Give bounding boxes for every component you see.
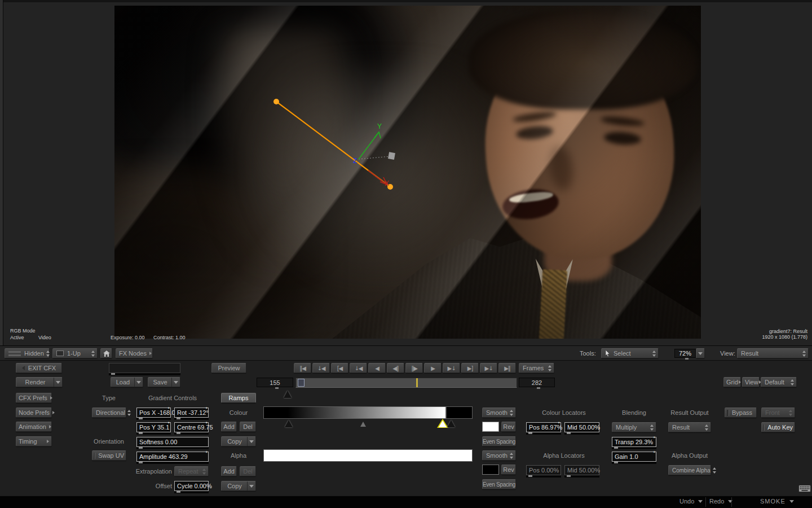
colour-interp-select[interactable]: Smooth xyxy=(482,408,516,418)
colour-copy-dropdown[interactable] xyxy=(247,437,255,446)
colour-locator-2[interactable] xyxy=(447,420,455,427)
animated-asterisk-icon: * xyxy=(653,450,655,456)
sidebar-item-timing[interactable]: Timing xyxy=(16,436,52,446)
transp-field[interactable]: Transp 29.3%* xyxy=(612,437,656,447)
gradient-start-handle[interactable] xyxy=(273,99,279,104)
alpha-ramp[interactable] xyxy=(263,449,473,462)
preview-button[interactable]: Preview xyxy=(211,363,246,373)
sidebar-item-cfx-prefs[interactable]: CFX Prefs xyxy=(16,393,52,403)
colour-pos-field[interactable]: Pos 86.97%* xyxy=(526,422,561,432)
colour-locator-1[interactable] xyxy=(285,420,293,427)
type-select[interactable]: Directional xyxy=(92,408,126,418)
goto-mark-in-button[interactable]: ↓◀ xyxy=(312,363,330,373)
undo-button[interactable]: Undo xyxy=(679,498,703,505)
goto-end-button[interactable]: ▶‖ xyxy=(498,363,516,373)
load-dropdown[interactable] xyxy=(134,378,143,387)
frames-select[interactable]: Frames xyxy=(519,363,554,373)
alpha-add-button[interactable]: Add xyxy=(221,466,237,476)
alpha-pos-field[interactable]: Pos 0.00% xyxy=(526,465,561,475)
load-button[interactable]: Load xyxy=(111,377,143,387)
colour-even-spacing-button[interactable]: Even Spacing xyxy=(482,436,516,446)
timeline-handle[interactable] xyxy=(298,379,304,387)
offset-field[interactable]: Cycle 0.00% xyxy=(174,481,209,491)
view-select[interactable]: Result xyxy=(737,348,809,358)
app-menu-button[interactable]: SMOKE xyxy=(760,498,794,505)
bypass-toggle[interactable]: Bypass xyxy=(725,408,757,418)
clip-start-button[interactable]: [◀ xyxy=(331,363,348,373)
gain-field[interactable]: Gain 1.0* xyxy=(612,452,656,462)
video-label[interactable]: Video xyxy=(38,335,51,340)
alpha-copy-button[interactable]: Copy xyxy=(221,481,256,491)
auto-key-toggle[interactable]: Auto Key xyxy=(761,422,795,432)
layout-select[interactable]: 1-Up xyxy=(52,348,98,358)
colour-locator-black-1[interactable] xyxy=(284,391,292,398)
swap-uv-toggle[interactable]: Swap UV xyxy=(92,450,126,461)
prev-edit-button[interactable]: ↓◀ xyxy=(350,363,367,373)
save-dropdown[interactable] xyxy=(171,378,180,387)
active-label[interactable]: Active xyxy=(10,335,24,340)
amplitude-field[interactable]: Amplitude 463.29* xyxy=(136,452,209,462)
rot-field[interactable]: Rot -37.12°* xyxy=(174,408,209,418)
colour-mid-marker[interactable] xyxy=(360,422,366,427)
result-output-select[interactable]: Result xyxy=(668,422,711,432)
alpha-copy-dropdown[interactable] xyxy=(247,481,255,491)
step-back-button[interactable]: ◀‖ xyxy=(387,363,404,373)
keyboard-icon[interactable] xyxy=(798,485,811,492)
viewer-canvas[interactable]: Y X Z xyxy=(114,6,701,339)
render-dropdown[interactable] xyxy=(54,378,62,387)
preset-select[interactable]: Default xyxy=(761,377,797,387)
front-select[interactable]: Front xyxy=(761,408,795,418)
softness-field[interactable]: Softness 0.00 xyxy=(136,437,209,447)
alpha-swatch[interactable] xyxy=(482,465,499,475)
setup-name-input[interactable] xyxy=(109,363,180,373)
sidebar-item-animation[interactable]: Animation xyxy=(16,422,52,432)
widget-square-handle[interactable] xyxy=(388,152,395,160)
goto-mark-out-button[interactable]: ▶↓ xyxy=(480,363,497,373)
colour-copy-button[interactable]: Copy xyxy=(221,436,256,446)
redo-button[interactable]: Redo xyxy=(709,498,732,505)
zoom-readout[interactable]: 72% xyxy=(674,349,696,358)
blend-mode-select[interactable]: Multiply xyxy=(612,422,656,432)
alpha-output-select[interactable]: Combine Alpha xyxy=(668,465,711,475)
sidebar-item-node-prefs[interactable]: Node Prefs xyxy=(16,408,52,418)
zoom-dropdown-button[interactable] xyxy=(696,348,705,358)
colour-mid-field[interactable]: Mid 50.00% xyxy=(564,422,599,432)
hidden-select[interactable]: Hidden xyxy=(5,348,50,358)
tab-ramps[interactable]: Ramps xyxy=(221,393,256,403)
timeline-slider[interactable] xyxy=(295,378,517,388)
colour-locator-selected[interactable] xyxy=(439,421,447,427)
colour-del-button[interactable]: Del xyxy=(240,422,256,432)
home-button[interactable] xyxy=(100,348,112,358)
pos-y-field[interactable]: Pos Y 35.1* xyxy=(136,422,171,432)
end-frame-field[interactable]: 282 xyxy=(519,378,555,387)
grid-button[interactable]: Grid xyxy=(723,377,741,387)
centre-field[interactable]: Centre 69.75* xyxy=(174,422,209,432)
gradient-widget[interactable]: Y X Z xyxy=(114,6,701,339)
colour-add-button[interactable]: Add xyxy=(221,422,237,432)
alpha-interp-select[interactable]: Smooth xyxy=(482,450,516,461)
colour-rev-button[interactable]: Rev xyxy=(501,422,516,432)
play-button[interactable]: ▶ xyxy=(424,363,442,373)
alpha-rev-button[interactable]: Rev xyxy=(501,465,516,475)
colour-ramp[interactable] xyxy=(263,406,473,419)
fx-nodes-button[interactable]: FX Nodes xyxy=(116,348,153,358)
alpha-mid-field[interactable]: Mid 50.00% xyxy=(564,465,599,475)
view-menu-button[interactable]: View xyxy=(742,377,760,387)
exit-cfx-button[interactable]: EXIT CFX xyxy=(16,363,62,373)
alpha-del-button[interactable]: Del xyxy=(240,466,256,476)
next-edit-button[interactable]: ▶↓ xyxy=(443,363,460,373)
alpha-even-spacing-button[interactable]: Even Spacing xyxy=(482,479,516,489)
save-button[interactable]: Save xyxy=(148,377,180,387)
render-button[interactable]: Render xyxy=(16,377,63,387)
clip-end-button[interactable]: ▶] xyxy=(461,363,479,373)
colour-swatch[interactable] xyxy=(482,422,499,432)
pos-x-field[interactable]: Pos X -168.0* xyxy=(136,408,171,418)
current-frame-field[interactable]: 155 xyxy=(257,378,293,387)
timeline-current-marker[interactable] xyxy=(416,378,418,387)
tool-select[interactable]: Select xyxy=(601,348,659,358)
goto-start-button[interactable]: ‖◀ xyxy=(294,363,311,373)
extrapolation-select[interactable]: Repeat xyxy=(174,466,209,476)
arrow-right-icon xyxy=(52,411,55,414)
step-forward-button[interactable]: ‖▶ xyxy=(405,363,423,373)
play-reverse-button[interactable]: ◀ xyxy=(368,363,386,373)
